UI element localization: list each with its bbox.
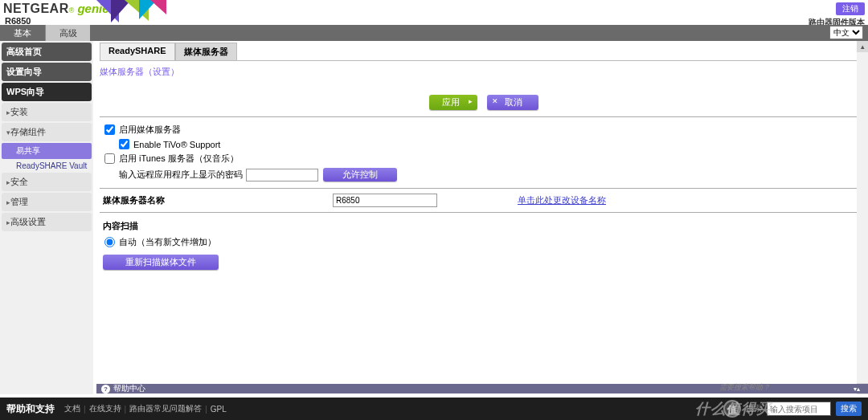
content-area: ReadySHARE 媒体服务器 媒体服务器（设置） 应用▸ ✕取消 启用媒体服… [93,41,868,394]
row-enable-itunes: 启用 iTunes 服务器（仅音乐） [100,151,868,166]
server-name-input[interactable] [333,194,437,207]
footer-link-docs[interactable]: 文档 [64,403,80,414]
footer-link-faq[interactable]: 路由器常见问题解答 [129,403,202,414]
search-hint: 需要搜索帮助？ [719,382,770,393]
scan-title: 内容扫描 [100,218,868,234]
tab-basic[interactable]: 基本 [0,25,45,41]
scrollbar[interactable]: ▴ ▾ [857,41,868,394]
ctab-media-server[interactable]: 媒体服务器 [175,43,237,60]
label-password: 输入远程应用程序上显示的密码 [119,169,243,181]
logout-button[interactable]: 注销 [836,2,865,15]
search-label: 搜索 [746,403,762,414]
footer-link-support[interactable]: 在线支持 [89,403,121,414]
rescan-button[interactable]: 重新扫描媒体文件 [103,255,219,270]
checkbox-enable-itunes[interactable] [104,153,115,164]
apply-button[interactable]: 应用▸ [429,95,477,110]
allow-control-button[interactable]: 允许控制 [323,168,397,181]
sidebar-manage[interactable]: 管理 [2,193,92,211]
sidebar-security[interactable]: 安全 [2,173,92,191]
scroll-up-icon[interactable]: ▴ [857,41,868,52]
sidebar-install[interactable]: 安装 [2,103,92,121]
row-server-name: 媒体服务器名称 单击此处更改设备名称 [100,194,868,207]
password-input[interactable] [246,169,318,181]
content-tabs: ReadySHARE 媒体服务器 [100,43,868,61]
tab-advanced[interactable]: 高级 [45,25,90,41]
checkbox-enable-tivo[interactable] [119,139,129,149]
row-password: 输入远程应用程序上显示的密码 允许控制 [100,166,868,183]
sidebar-sub-vault[interactable]: ReadySHARE Vault [2,159,92,173]
cancel-button[interactable]: ✕取消 [487,95,538,110]
cancel-x-icon: ✕ [492,97,498,105]
brand-text: NETGEAR [3,2,69,16]
footer-title: 帮助和支持 [6,402,55,416]
help-icon: ? [101,385,110,393]
checkbox-enable-media[interactable] [104,124,115,135]
footer-link-gpl[interactable]: GPL [211,405,227,414]
sidebar-wizard[interactable]: 设置向导 [2,63,92,81]
sidebar-sub-readyshare[interactable]: 易共享 [2,143,92,159]
sidebar-wps[interactable]: WPS向导 [2,83,92,101]
row-enable-media: 启用媒体服务器 [100,122,868,137]
sidebar: 高级首页 设置向导 WPS向导 安装 存储组件 易共享 ReadySHARE V… [0,41,93,394]
page-subtitle: 媒体服务器（设置） [100,66,868,78]
change-name-link[interactable]: 单击此处更改设备名称 [518,194,606,206]
label-enable-itunes: 启用 iTunes 服务器（仅音乐） [119,153,239,165]
row-scan-auto: 自动（当有新文件增加） [100,234,868,250]
apply-arrow-icon: ▸ [469,97,473,105]
sidebar-advanced-settings[interactable]: 高级设置 [2,213,92,231]
radio-scan-auto[interactable] [104,237,115,247]
label-enable-media: 启用媒体服务器 [119,124,181,136]
help-label: 帮助中心 [113,383,145,394]
help-collapse-icon[interactable]: ▾▴ [854,385,860,393]
decorative-triangles [96,0,166,22]
action-buttons: 应用▸ ✕取消 [100,94,868,110]
sidebar-home[interactable]: 高级首页 [2,43,92,61]
reg-mark: ® [69,6,75,14]
brand-circle-icon: 值 [723,400,741,418]
label-enable-tivo: Enable TiVo® Support [133,140,220,149]
main-tabs: 基本 高级 中文 [0,25,868,41]
row-enable-tivo: Enable TiVo® Support [100,137,868,151]
ctab-readyshare[interactable]: ReadySHARE [100,43,175,60]
label-server-name: 媒体服务器名称 [100,194,333,206]
sidebar-storage[interactable]: 存储组件 [2,123,92,141]
label-scan-auto: 自动（当有新文件增加） [119,236,216,248]
footer-search-button[interactable]: 搜索 [836,402,862,416]
footer-search-input[interactable] [767,402,831,416]
language-select[interactable]: 中文 [829,26,863,39]
footer: 帮助和支持 文档| 在线支持| 路由器常见问题解答| GPL 值 搜索 搜索 [0,398,868,420]
